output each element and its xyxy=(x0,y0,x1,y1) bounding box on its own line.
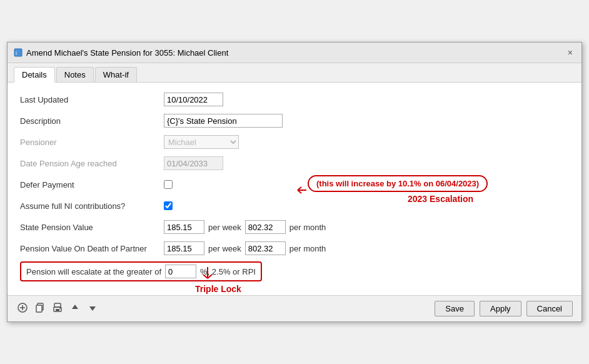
copy-button[interactable] xyxy=(34,301,46,316)
date-pension-label: Date Pension Age reached xyxy=(20,159,164,168)
print-icon xyxy=(53,303,63,313)
pensioner-select[interactable]: Michael xyxy=(164,135,239,149)
tab-notes[interactable]: Notes xyxy=(56,67,94,82)
state-pension-monthly-input[interactable] xyxy=(245,220,286,234)
partner-death-monthly-input[interactable] xyxy=(245,241,286,255)
close-button[interactable]: × xyxy=(565,46,575,59)
tab-details[interactable]: Details xyxy=(14,67,55,83)
date-pension-input[interactable] xyxy=(164,156,223,170)
dialog-icon: i xyxy=(14,48,23,57)
description-input[interactable] xyxy=(164,114,283,128)
save-button[interactable]: Save xyxy=(435,301,475,316)
tab-bar: Details Notes What-if xyxy=(8,63,581,83)
svg-rect-9 xyxy=(56,309,59,311)
down-button[interactable] xyxy=(86,301,99,316)
last-updated-input[interactable] xyxy=(164,93,223,106)
svg-text:i: i xyxy=(16,50,17,56)
defer-payment-checkbox[interactable] xyxy=(164,180,173,189)
dialog: i Amend Michael's State Pension for 3055… xyxy=(7,42,582,322)
partner-death-row: Pension Value On Death of Partner per we… xyxy=(20,240,569,256)
svg-point-10 xyxy=(59,308,61,309)
pensioner-label: Pensioner xyxy=(20,138,164,147)
triple-lock-label: Triple Lock xyxy=(195,284,241,294)
escalation-label: 2023 Escalation xyxy=(408,194,473,204)
footer: Save Apply Cancel xyxy=(8,295,581,321)
escalation-arrow xyxy=(295,184,308,200)
per-month-label-1: per month xyxy=(289,223,326,232)
last-updated-label: Last Updated xyxy=(20,95,164,104)
triple-lock-arrow-svg xyxy=(192,267,223,286)
form-content: Last Updated Description Pensioner Micha… xyxy=(8,83,581,295)
svg-rect-6 xyxy=(36,305,42,312)
assume-ni-row: Assume full NI contributions? xyxy=(20,198,569,214)
description-row: Description xyxy=(20,113,569,129)
tab-whatif[interactable]: What-if xyxy=(95,67,137,82)
escalation-note: (this will increase by 10.1% on 06/04/20… xyxy=(308,175,488,192)
partner-death-label: Pension Value On Death of Partner xyxy=(20,244,164,253)
date-pension-row: Date Pension Age reached xyxy=(20,155,569,171)
copy-icon xyxy=(35,303,45,313)
state-pension-row: State Pension Value per week per month xyxy=(20,219,569,235)
footer-left xyxy=(16,301,99,316)
escalation-prefix: Pension will escalate at the greater of xyxy=(26,267,161,276)
cancel-button[interactable]: Cancel xyxy=(526,301,573,316)
per-month-label-2: per month xyxy=(289,244,326,253)
apply-button[interactable]: Apply xyxy=(480,301,521,316)
dialog-title: Amend Michael's State Pension for 3055: … xyxy=(26,48,228,58)
add-button[interactable] xyxy=(16,301,29,316)
pensioner-row: Pensioner Michael xyxy=(20,134,569,150)
per-week-label-2: per week xyxy=(208,244,241,253)
assume-ni-label: Assume full NI contributions? xyxy=(20,201,164,211)
title-bar-left: i Amend Michael's State Pension for 3055… xyxy=(14,48,228,58)
print-button[interactable] xyxy=(51,301,64,316)
defer-payment-label: Defer Payment xyxy=(20,180,164,190)
svg-rect-7 xyxy=(54,303,61,307)
state-pension-weekly-input[interactable] xyxy=(164,220,204,234)
partner-death-weekly-input[interactable] xyxy=(164,241,204,255)
per-week-label-1: per week xyxy=(208,223,241,232)
add-icon xyxy=(18,303,28,313)
last-updated-row: Last Updated xyxy=(20,91,569,108)
description-label: Description xyxy=(20,116,164,126)
escalation-row: Pension will escalate at the greater of … xyxy=(20,261,569,281)
down-icon xyxy=(88,303,98,313)
up-icon xyxy=(70,303,80,313)
triple-lock-box: Pension will escalate at the greater of … xyxy=(20,261,262,281)
state-pension-label: State Pension Value xyxy=(20,223,164,232)
assume-ni-checkbox[interactable] xyxy=(164,201,173,210)
title-bar: i Amend Michael's State Pension for 3055… xyxy=(8,43,581,63)
up-button[interactable] xyxy=(69,301,81,316)
footer-right: Save Apply Cancel xyxy=(435,301,573,316)
